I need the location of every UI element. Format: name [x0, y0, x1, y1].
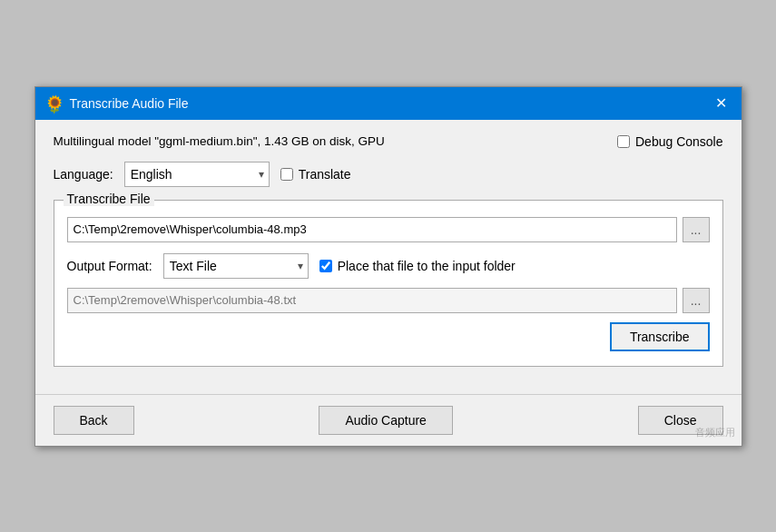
language-select-wrapper: English Chinese French German Spanish Ja…	[124, 162, 270, 187]
main-window: 🌻 Transcribe Audio File ✕ Multilingual m…	[34, 86, 742, 447]
language-label: Language:	[54, 167, 113, 182]
debug-console-row: Debug Console	[617, 134, 723, 149]
window-close-button[interactable]: ✕	[710, 94, 732, 113]
place-in-folder-checkbox[interactable]	[319, 260, 332, 272]
model-info-row: Multilingual model "ggml-medium.bin", 1.…	[54, 134, 723, 149]
translate-label: Translate	[299, 167, 351, 182]
place-in-folder-label: Place that file to the input folder	[338, 259, 516, 273]
group-box-title: Transcribe File	[64, 192, 154, 206]
title-bar: 🌻 Transcribe Audio File ✕	[35, 87, 742, 120]
audio-capture-button[interactable]: Audio Capture	[319, 406, 453, 435]
place-in-folder-row: Place that file to the input folder	[319, 259, 516, 273]
watermark: 音频应用	[695, 426, 735, 439]
output-file-row: ...	[67, 288, 710, 313]
output-format-row: Output Format: Text File SRT VTT JSON Pl…	[67, 253, 710, 279]
file-browse-button[interactable]: ...	[683, 217, 710, 242]
output-format-select-wrapper: Text File SRT VTT JSON	[163, 253, 309, 279]
language-row: Language: English Chinese French German …	[54, 162, 723, 187]
translate-checkbox[interactable]	[280, 168, 293, 181]
back-button[interactable]: Back	[54, 406, 134, 435]
app-icon: 🌻	[44, 94, 63, 113]
model-info-text: Multilingual model "ggml-medium.bin", 1.…	[54, 134, 385, 148]
window-title: Transcribe Audio File	[70, 96, 189, 111]
debug-console-label: Debug Console	[635, 134, 723, 149]
transcribe-file-group: Transcribe File ... Output Format: Text …	[54, 200, 723, 367]
debug-console-checkbox[interactable]	[617, 135, 630, 148]
transcribe-button-row: Transcribe	[67, 322, 710, 351]
output-format-label: Output Format:	[67, 259, 152, 273]
language-select[interactable]: English Chinese French German Spanish Ja…	[124, 162, 270, 187]
file-path-input[interactable]	[67, 217, 677, 242]
translate-row: Translate	[280, 167, 351, 182]
output-browse-button[interactable]: ...	[683, 288, 710, 313]
bottom-bar: Back Audio Capture Close	[35, 394, 742, 446]
dialog-content: Multilingual model "ggml-medium.bin", 1.…	[35, 120, 742, 394]
title-bar-left: 🌻 Transcribe Audio File	[44, 94, 189, 113]
output-file-input[interactable]	[67, 288, 677, 313]
output-format-select[interactable]: Text File SRT VTT JSON	[163, 253, 309, 279]
transcribe-button[interactable]: Transcribe	[610, 322, 710, 351]
file-input-row: ...	[67, 217, 710, 242]
